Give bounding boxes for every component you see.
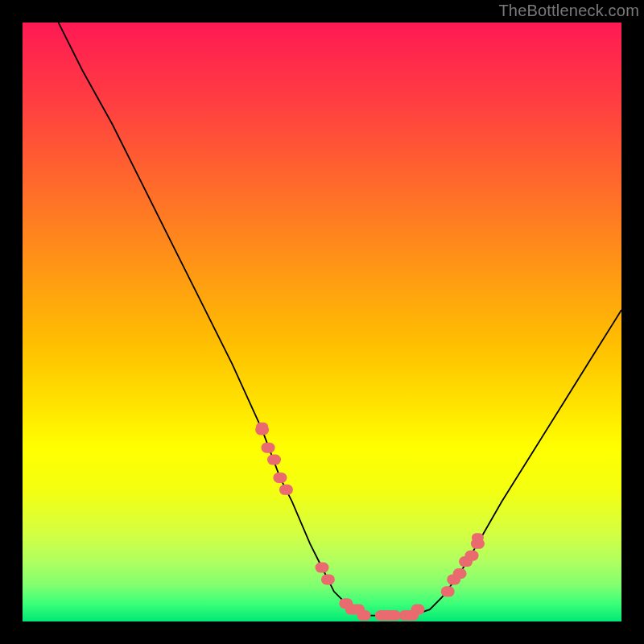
data-marker (279, 485, 293, 495)
data-marker (453, 568, 467, 579)
watermark-label: TheBottleneck.com (498, 2, 639, 20)
data-marker-cap (472, 533, 484, 542)
data-marker (441, 586, 455, 597)
data-marker (357, 610, 371, 621)
data-marker (411, 605, 425, 615)
data-marker-cap (256, 423, 268, 431)
data-marker (273, 473, 287, 483)
bottleneck-curve (59, 23, 621, 616)
chart-svg (23, 23, 621, 621)
data-marker (387, 610, 401, 621)
data-markers (255, 423, 485, 621)
data-marker (267, 455, 281, 465)
chart-frame: TheBottleneck.com (0, 0, 644, 644)
chart-plot-area (23, 23, 621, 621)
data-marker (316, 563, 329, 573)
data-marker (262, 443, 275, 453)
data-marker (321, 574, 335, 584)
data-marker (465, 551, 479, 561)
